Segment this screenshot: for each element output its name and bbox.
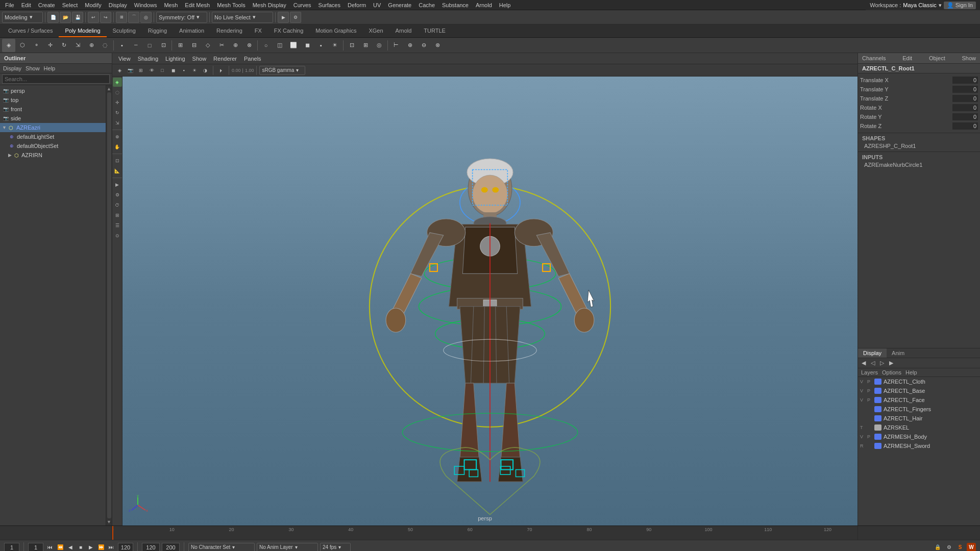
wireframe-btn[interactable]: ⬜ xyxy=(287,39,300,52)
layer-row-mesh-body[interactable]: V P AZRMESH_Body xyxy=(858,432,980,441)
layers-next-btn[interactable]: ▷ xyxy=(878,359,886,367)
save-scene-btn[interactable]: 💾 xyxy=(72,12,83,23)
no-char-dropdown[interactable]: No Character Set▾ xyxy=(188,543,255,552)
scroll-thumb[interactable] xyxy=(107,92,111,518)
menu-item-help[interactable]: Help xyxy=(496,1,514,9)
channel-value[interactable]: 0 xyxy=(952,77,978,84)
vp-camera-btn[interactable]: 📷 xyxy=(125,65,135,76)
face-mode-btn[interactable]: □ xyxy=(143,39,156,52)
vp-select-tool[interactable]: ◈ xyxy=(113,78,122,87)
vp-wireframe-btn[interactable]: □ xyxy=(157,65,167,76)
layers-options-btn[interactable]: Options xyxy=(882,369,901,375)
outliner-item-top[interactable]: 📷 top xyxy=(0,95,106,105)
menu-item-edit[interactable]: Edit xyxy=(18,1,34,9)
select-tool-btn[interactable]: ◈ xyxy=(2,39,15,52)
vp-shadow-btn[interactable]: ◑ xyxy=(200,65,210,76)
layers-next2-btn[interactable]: ▶ xyxy=(888,359,895,367)
layer-row-hair[interactable]: AZRECTL_Hair xyxy=(858,414,980,423)
menu-item-cache[interactable]: Cache xyxy=(415,1,438,9)
vp-move-tool[interactable]: ✛ xyxy=(113,98,122,107)
tab-rigging[interactable]: Rigging xyxy=(142,24,173,37)
stop-btn[interactable]: ■ xyxy=(76,543,85,552)
tab-poly-modeling[interactable]: Poly Modeling xyxy=(59,24,106,37)
inputs-item[interactable]: AZREmakeNurbCircle1 xyxy=(862,161,976,168)
outliner-search-input[interactable] xyxy=(2,74,110,84)
sign-in-button[interactable]: 👤 Sign In xyxy=(944,2,976,9)
vp-shaded-btn[interactable]: ◼ xyxy=(168,65,178,76)
live-select-dropdown[interactable]: No Live Select▾ xyxy=(212,12,273,23)
channel-rotate-x[interactable]: Rotate X 0 xyxy=(858,103,980,112)
vp-extra-tool3[interactable]: ⊙ xyxy=(113,231,122,240)
outliner-show-btn[interactable]: Show xyxy=(26,65,40,71)
range-start-field[interactable] xyxy=(142,543,160,552)
fps-dropdown[interactable]: 24 fps▾ xyxy=(320,543,351,552)
status-icon-1[interactable]: 🔒 xyxy=(933,543,942,552)
snap-grid-btn[interactable]: ⊞ xyxy=(116,12,127,23)
paint-select-btn[interactable]: ⚬ xyxy=(30,39,43,52)
vp-menu-renderer[interactable]: Renderer xyxy=(210,55,240,63)
outliner-item-defaultlightset[interactable]: ⊕ defaultLightSet xyxy=(6,132,106,141)
layers-prev-btn[interactable]: ◀ xyxy=(860,359,867,367)
vp-settings-tool[interactable]: ⚙ xyxy=(113,190,122,199)
insert-loop-btn[interactable]: ⊕ xyxy=(229,39,242,52)
channel-translate-z[interactable]: Translate Z 0 xyxy=(858,94,980,103)
go-end-btn[interactable]: ⏭ xyxy=(107,543,116,552)
menu-item-file[interactable]: File xyxy=(2,1,17,9)
outliner-item-azrirn[interactable]: ▶ ⬡ AZRIRN xyxy=(6,151,106,160)
layer-name[interactable]: AZRECTL_Cloth xyxy=(884,379,978,385)
gamma-dropdown[interactable]: sRGB gamma▾ xyxy=(259,66,305,75)
textured-btn[interactable]: ▪ xyxy=(314,39,328,52)
redo-btn[interactable]: ↪ xyxy=(100,12,111,23)
vp-extra-tool2[interactable]: ☰ xyxy=(113,221,122,230)
tab-animation[interactable]: Animation xyxy=(173,24,210,37)
menu-item-edit-mesh[interactable]: Edit Mesh xyxy=(182,1,213,9)
end-frame-field[interactable] xyxy=(118,543,133,552)
workspace-dropdown-icon[interactable]: ▾ xyxy=(939,2,942,9)
vp-menu-lighting[interactable]: Lighting xyxy=(162,55,188,63)
layer-row-face[interactable]: V P AZRECTL_Face xyxy=(858,395,980,405)
all-lights-btn[interactable]: ☀ xyxy=(328,39,341,52)
layer-name[interactable]: AZRECTL_Base xyxy=(884,388,978,394)
edit-header-btn[interactable]: Edit xyxy=(902,55,912,61)
vp-zoom-tool[interactable]: ⊕ xyxy=(113,132,122,141)
vp-measure-tool[interactable]: 📐 xyxy=(113,166,122,176)
separate-btn[interactable]: ⊖ xyxy=(417,39,430,52)
vertex-mode-btn[interactable]: • xyxy=(115,39,129,52)
menu-item-generate[interactable]: Generate xyxy=(385,1,414,9)
target-weld-btn[interactable]: ⊗ xyxy=(242,39,256,52)
outliner-display-btn[interactable]: Display xyxy=(3,65,21,71)
open-scene-btn[interactable]: 📂 xyxy=(60,12,71,23)
lasso-select-btn[interactable]: ⬡ xyxy=(16,39,29,52)
vp-menu-panels[interactable]: Panels xyxy=(241,55,264,63)
vp-playblast-btn[interactable]: ⏵ xyxy=(216,65,226,76)
viewport-3d[interactable]: ◈ ◌ ✛ ↻ ⇲ ⊕ ✋ ⊡ 📐 ▶ ⚙ ⏱ ⊞ ☰ ⊙ xyxy=(112,77,857,525)
layer-row-cloth[interactable]: V P AZRECTL_Cloth xyxy=(858,377,980,386)
layer-name[interactable]: AZRECTL_Hair xyxy=(884,415,978,421)
smooth-display-btn[interactable]: ○ xyxy=(259,39,273,52)
timeline-ruler[interactable]: 0 10 20 30 40 50 60 70 80 90 100 110 120 xyxy=(112,526,857,540)
layers-anim-tab[interactable]: Anim xyxy=(887,348,910,358)
outliner-item-side[interactable]: 📷 side xyxy=(0,114,106,123)
menu-item-substance[interactable]: Substance xyxy=(439,1,472,9)
render-frame-btn[interactable]: ▶ xyxy=(278,12,289,23)
vp-scale-tool[interactable]: ⇲ xyxy=(113,118,122,128)
vp-menu-shading[interactable]: Shading xyxy=(135,55,161,63)
layer-name[interactable]: AZRMESH_Body xyxy=(884,434,978,440)
universal-manip-btn[interactable]: ⊕ xyxy=(85,39,98,52)
new-scene-btn[interactable]: 📄 xyxy=(47,12,59,23)
edge-mode-btn[interactable]: ╌ xyxy=(129,39,142,52)
start-frame-field[interactable] xyxy=(28,543,43,552)
vp-menu-show[interactable]: Show xyxy=(189,55,210,63)
channel-rotate-y[interactable]: Rotate Y 0 xyxy=(858,112,980,121)
step-forward-btn[interactable]: ⏩ xyxy=(96,543,106,552)
play-forward-btn[interactable]: ▶ xyxy=(86,543,95,552)
rotate-tool-btn[interactable]: ↻ xyxy=(57,39,70,52)
channel-value[interactable]: 0 xyxy=(952,104,978,111)
outliner-item-azreazri[interactable]: ▼ ⬡ AZREazri xyxy=(0,123,106,132)
menu-item-deform[interactable]: Deform xyxy=(345,1,369,9)
scroll-down-btn[interactable]: ▼ xyxy=(107,519,111,524)
vp-grid-btn[interactable]: ⊞ xyxy=(136,65,146,76)
object-header-btn[interactable]: Object xyxy=(929,55,945,61)
vp-history-tool[interactable]: ⏱ xyxy=(113,201,122,210)
shaded-btn[interactable]: ◼ xyxy=(301,39,314,52)
